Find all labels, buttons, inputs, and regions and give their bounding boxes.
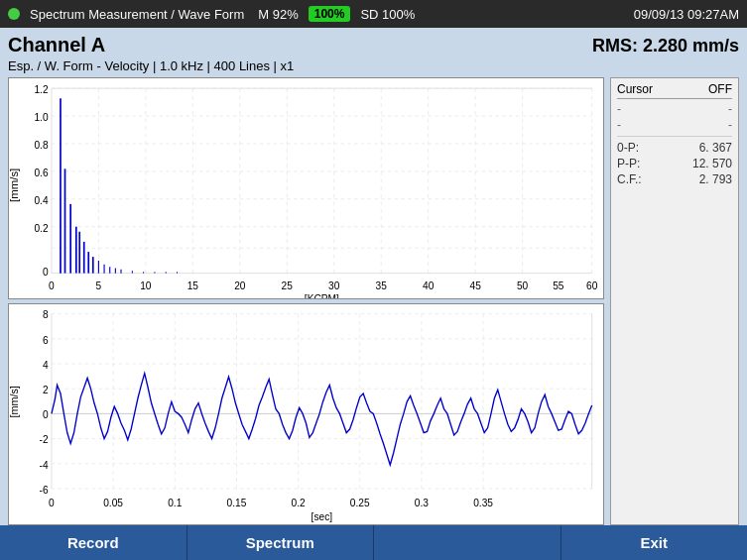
svg-text:-4: -4 (40, 459, 49, 470)
svg-text:[KCPM]: [KCPM] (305, 291, 339, 298)
svg-text:-6: -6 (40, 485, 49, 496)
svg-text:0.15: 0.15 (227, 498, 247, 508)
svg-text:0.35: 0.35 (473, 498, 493, 508)
svg-text:35: 35 (376, 280, 387, 292)
header-bar: Spectrum Measurement / Wave Form M 92% 1… (0, 0, 747, 28)
waveform-chart: 8 6 4 2 0 -2 -4 -6 [mm/s] 0 0.05 0.1 0.1… (8, 303, 604, 525)
svg-text:0.4: 0.4 (34, 193, 48, 206)
svg-text:30: 30 (328, 280, 339, 292)
svg-text:10: 10 (140, 280, 151, 292)
cursor-header: Cursor OFF (617, 82, 732, 99)
svg-text:0: 0 (43, 266, 49, 279)
svg-text:25: 25 (282, 280, 293, 292)
cf-value: 2. 793 (699, 172, 732, 186)
svg-text:20: 20 (234, 280, 245, 292)
header-memory: M 92% (258, 7, 298, 22)
svg-text:50: 50 (517, 280, 528, 292)
rms-value: RMS: 2.280 mm/s (592, 36, 739, 56)
cursor-cf-row: C.F.: 2. 793 (617, 171, 732, 187)
svg-text:-2: -2 (40, 434, 49, 445)
main-content: Channel A RMS: 2.280 mm/s Esp. / W. Form… (0, 28, 747, 525)
channel-row: Channel A RMS: 2.280 mm/s (8, 34, 739, 56)
op-value: 6. 367 (699, 141, 732, 155)
svg-text:40: 40 (423, 280, 434, 292)
pp-label: P-P: (617, 157, 640, 170)
cursor-dash-right-2: - (728, 118, 732, 132)
svg-text:0.6: 0.6 (34, 166, 48, 178)
cursor-dash-right-1: - (728, 102, 732, 116)
info-row: Esp. / W. Form - Velocity | 1.0 kHz | 40… (8, 58, 739, 73)
svg-text:15: 15 (187, 280, 198, 292)
cursor-pp-row: P-P: 12. 570 (617, 156, 732, 171)
op-label: 0-P: (617, 141, 639, 155)
svg-text:5: 5 (96, 280, 102, 292)
cursor-row-2: - - (617, 117, 732, 133)
svg-text:0.1: 0.1 (168, 498, 182, 508)
svg-text:0.05: 0.05 (103, 498, 123, 508)
toolbar-empty-slot (374, 525, 561, 560)
spectrum-chart: 1.2 1.0 0.8 0.6 0.4 0.2 0 [mm/s] 0 5 10 … (8, 77, 604, 299)
svg-text:60: 60 (586, 280, 597, 292)
waveform-svg: 8 6 4 2 0 -2 -4 -6 [mm/s] 0 0.05 0.1 0.1… (9, 304, 603, 524)
header-title: Spectrum Measurement / Wave Form (30, 7, 244, 22)
cursor-panel: Cursor OFF - - - - 0-P: 6. 367 P-P: 12. … (610, 77, 739, 525)
svg-text:0: 0 (49, 280, 55, 292)
cursor-dash-left-2: - (617, 118, 621, 132)
charts-area: 1.2 1.0 0.8 0.6 0.4 0.2 0 [mm/s] 0 5 10 … (8, 77, 739, 525)
svg-text:0.25: 0.25 (350, 498, 370, 508)
header-battery: 100% (309, 6, 351, 22)
pp-value: 12. 570 (692, 157, 732, 170)
svg-text:1.2: 1.2 (34, 83, 48, 96)
channel-label: Channel A (8, 34, 105, 56)
record-button[interactable]: Record (0, 525, 187, 560)
svg-text:1.0: 1.0 (34, 111, 48, 124)
svg-text:55: 55 (553, 280, 563, 292)
cursor-status: OFF (708, 82, 732, 96)
svg-text:0.3: 0.3 (415, 498, 429, 508)
svg-text:0.2: 0.2 (34, 221, 48, 234)
left-charts: 1.2 1.0 0.8 0.6 0.4 0.2 0 [mm/s] 0 5 10 … (8, 77, 604, 525)
svg-text:[mm/s]: [mm/s] (9, 386, 20, 417)
header-datetime: 09/09/13 09:27AM (634, 7, 739, 22)
svg-text:0.2: 0.2 (292, 498, 306, 508)
cursor-row-1: - - (617, 101, 732, 117)
cursor-op-row: 0-P: 6. 367 (617, 140, 732, 156)
status-dot (8, 8, 20, 20)
svg-text:0: 0 (49, 498, 55, 508)
spectrum-svg: 1.2 1.0 0.8 0.6 0.4 0.2 0 [mm/s] 0 5 10 … (9, 78, 603, 298)
spectrum-button[interactable]: Spectrum (187, 525, 375, 560)
svg-text:2: 2 (43, 385, 49, 395)
svg-text:45: 45 (470, 280, 481, 292)
cursor-divider (617, 136, 732, 137)
svg-text:0: 0 (43, 409, 49, 420)
svg-text:0.8: 0.8 (34, 138, 48, 151)
svg-text:[mm/s]: [mm/s] (9, 168, 20, 202)
svg-text:[sec]: [sec] (311, 511, 333, 522)
cf-label: C.F.: (617, 172, 642, 186)
svg-text:8: 8 (43, 309, 49, 320)
cursor-dash-left-1: - (617, 102, 621, 116)
svg-text:6: 6 (43, 334, 49, 345)
cursor-label: Cursor (617, 82, 653, 96)
exit-button[interactable]: Exit (561, 525, 748, 560)
header-sd: SD 100% (360, 7, 415, 22)
svg-text:4: 4 (43, 360, 49, 371)
toolbar: Record Spectrum Exit (0, 525, 747, 560)
